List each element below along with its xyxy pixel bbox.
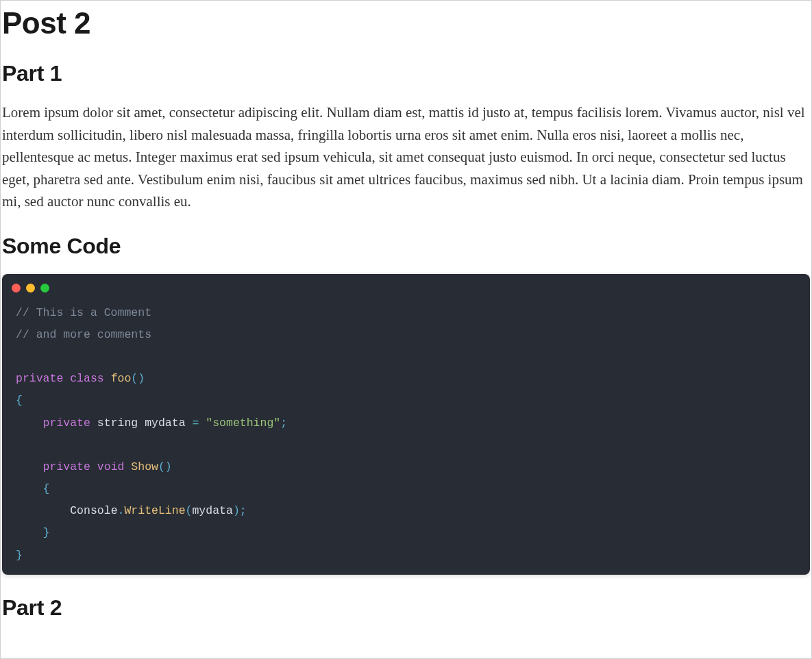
code-string: "something": [206, 416, 280, 430]
code-punct: ): [165, 460, 172, 473]
code-keyword: private: [43, 460, 90, 473]
part1-paragraph: Lorem ipsum dolor sit amet, consectetur …: [2, 101, 810, 213]
code-brace: }: [16, 549, 23, 562]
code-identifier: Console: [70, 504, 117, 517]
code-classname: foo: [111, 372, 132, 385]
post-content: Post 2 Part 1 Lorem ipsum dolor sit amet…: [1, 6, 811, 621]
code-method: WriteLine: [124, 504, 185, 517]
code-brace: }: [43, 526, 50, 539]
code-comment: // and more comments: [16, 328, 151, 341]
window-controls: [2, 274, 810, 301]
code-keyword: private: [16, 372, 63, 385]
code-punct: ): [138, 372, 145, 385]
code-function: Show: [131, 460, 158, 473]
code-block: // This is a Comment // and more comment…: [16, 302, 796, 567]
code-identifier: mydata: [192, 504, 232, 517]
code-punct: ;: [240, 504, 247, 517]
window-close-icon[interactable]: [12, 284, 21, 293]
code-brace: {: [43, 482, 50, 495]
code-punct: (: [131, 372, 138, 385]
code-punct: ;: [280, 416, 287, 430]
code-comment: // This is a Comment: [16, 306, 151, 319]
code-punct: (: [158, 460, 165, 473]
window-minimize-icon[interactable]: [26, 284, 35, 293]
code-type: string: [97, 416, 138, 430]
section-heading-part2: Part 2: [2, 595, 810, 621]
code-scroll-area[interactable]: // This is a Comment // and more comment…: [2, 301, 810, 575]
window-maximize-icon[interactable]: [40, 284, 49, 293]
code-operator: =: [192, 416, 199, 430]
post-title: Post 2: [2, 6, 810, 40]
code-brace: {: [16, 394, 23, 407]
code-punct: ): [233, 504, 240, 517]
code-window: // This is a Comment // and more comment…: [2, 274, 810, 575]
section-heading-part1: Part 1: [2, 61, 810, 86]
code-keyword: private: [43, 416, 90, 430]
code-identifier: mydata: [145, 416, 185, 430]
code-keyword: class: [70, 372, 104, 385]
code-keyword: void: [97, 460, 125, 473]
code-punct: (: [186, 504, 193, 517]
code-punct: .: [118, 504, 125, 517]
section-heading-code: Some Code: [2, 234, 810, 259]
